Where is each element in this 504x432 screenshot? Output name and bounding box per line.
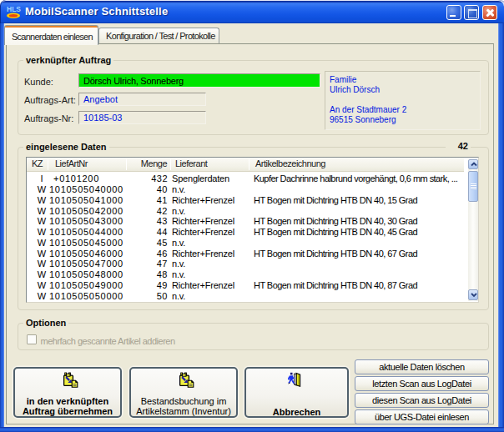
svg-text:HLS: HLS: [7, 5, 21, 13]
